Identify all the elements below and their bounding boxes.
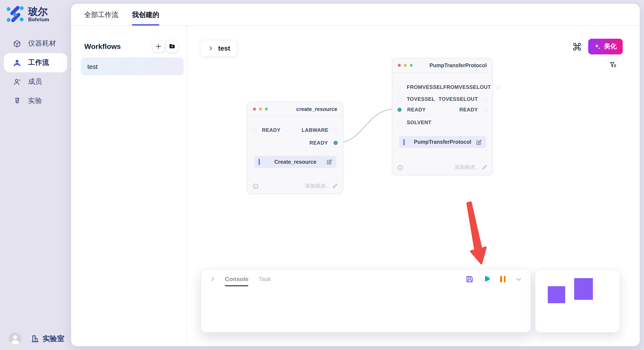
node-create-resource[interactable]: create_resource READY LABWARE — [247, 102, 343, 194]
workflow-canvas[interactable]: test 美化 — [187, 26, 640, 346]
pause-icon[interactable] — [500, 276, 506, 282]
breadcrumb[interactable]: test — [200, 40, 238, 57]
sidebar-item-experiments[interactable]: 实验 — [4, 91, 67, 111]
input-port-tovessel: TOVESSEL — [398, 96, 435, 102]
brand-name-zh: 玻尔 — [28, 6, 49, 16]
port-circle[interactable] — [398, 85, 401, 89]
filter-icon[interactable] — [609, 61, 617, 68]
pencil-icon — [482, 165, 487, 170]
sparkles-icon — [594, 43, 601, 50]
edit-icon[interactable] — [326, 159, 332, 165]
port-label: TOVESSEL — [407, 96, 435, 102]
add-workflow-button[interactable] — [152, 40, 164, 52]
experiment-icon — [13, 97, 21, 105]
sidebar-footer: 实验室 — [9, 333, 64, 345]
brand-logo: 玻尔 Bohrium — [6, 5, 49, 23]
node-pump-transfer-protocol[interactable]: PumpTransferProtocol FROMVESSEL FROMVESS… — [392, 58, 493, 175]
output-port-labware: LABWARE — [302, 127, 338, 133]
annotation-arrow — [464, 199, 491, 267]
input-port-ready: READY — [252, 127, 280, 133]
output-port-ready: READY — [310, 140, 338, 146]
workflows-panel-title: Workflows — [84, 42, 121, 51]
info-icon[interactable] — [398, 164, 403, 170]
sidebar-nav: 仪器耗材 工作流 成员 — [0, 34, 71, 111]
tab-my-created[interactable]: 我创建的 — [132, 11, 159, 25]
brand-name-en: Bohrium — [28, 16, 49, 22]
port-label: FROMVESSELOUT — [443, 84, 491, 90]
input-port-fromvessel: FROMVESSEL — [398, 84, 443, 90]
output-port-tovesselout: TOVESSELOUT — [438, 96, 487, 102]
app-root: 玻尔 Bohrium 仪器耗材 工作流 — [0, 0, 644, 350]
add-description-field[interactable]: 添加描述... — [305, 182, 338, 190]
port-circle[interactable] — [398, 121, 401, 124]
info-icon[interactable] — [252, 183, 258, 189]
node-action-button[interactable]: Create_resource — [254, 156, 336, 168]
console-tab-console[interactable]: Console — [225, 276, 248, 282]
traffic-dot-green — [410, 64, 413, 67]
main-panel: 全部工作流 我创建的 Workflows — [71, 4, 640, 346]
edit-icon[interactable] — [476, 139, 482, 145]
workflow-list-item[interactable]: test — [81, 57, 184, 75]
sidebar-item-instruments[interactable]: 仪器耗材 — [4, 34, 67, 53]
action-label: Create_resource — [274, 159, 316, 165]
sidebar-item-members[interactable]: 成员 — [4, 72, 67, 91]
sidebar-item-label: 工作流 — [28, 58, 49, 67]
action-accent-bar — [258, 159, 260, 165]
port-label: FROMVESSEL — [407, 84, 443, 90]
port-circle[interactable] — [252, 128, 256, 132]
traffic-dot-red — [253, 108, 256, 111]
port-circle-connected[interactable] — [334, 141, 338, 145]
port-label: READY — [459, 107, 478, 113]
workflow-tabs: 全部工作流 我创建的 — [71, 4, 640, 26]
package-icon — [13, 39, 21, 48]
console-panel: Console Task — [200, 269, 531, 333]
output-port-ready: READY — [459, 107, 487, 113]
output-port-fromvesselout: FROMVESSELOUT — [443, 84, 500, 90]
chevron-right-icon — [208, 45, 214, 51]
sidebar: 玻尔 Bohrium 仪器耗材 工作流 — [0, 0, 71, 350]
building-icon — [31, 334, 40, 343]
port-circle[interactable] — [398, 97, 401, 101]
description-placeholder: 添加描述... — [305, 182, 330, 190]
add-description-field[interactable]: 添加描述... — [454, 164, 487, 171]
console-tab-task[interactable]: Task — [258, 276, 271, 282]
workflow-item-name: test — [87, 63, 98, 70]
user-avatar[interactable] — [9, 333, 21, 345]
canvas-minimap[interactable] — [535, 269, 620, 333]
action-accent-bar — [403, 139, 405, 146]
active-tab-underline — [132, 24, 159, 25]
traffic-dot-yellow — [259, 108, 262, 111]
command-icon[interactable] — [572, 42, 582, 51]
console-tab-label: Console — [225, 276, 248, 282]
beautify-button[interactable]: 美化 — [588, 39, 623, 54]
node-action-button[interactable]: PumpTransferProtocol — [399, 136, 486, 148]
pencil-icon — [332, 183, 338, 189]
input-port-ready: READY — [398, 107, 426, 113]
lab-label: 实验室 — [42, 334, 64, 344]
console-expand-icon[interactable] — [210, 276, 216, 282]
traffic-dot-green — [265, 108, 268, 111]
save-icon[interactable] — [466, 275, 474, 283]
chevron-down-icon[interactable] — [515, 275, 522, 283]
port-label: TOVESSELOUT — [438, 96, 478, 102]
port-circle[interactable] — [484, 97, 487, 101]
play-icon[interactable] — [483, 275, 491, 283]
port-circle[interactable] — [334, 128, 338, 132]
beautify-label: 美化 — [604, 42, 617, 51]
folder-import-icon — [169, 43, 176, 50]
tab-all-workflows[interactable]: 全部工作流 — [84, 11, 118, 25]
port-label: READY — [310, 140, 328, 146]
port-circle[interactable] — [484, 108, 487, 112]
breadcrumb-label: test — [218, 44, 230, 52]
tab-label: 我创建的 — [132, 11, 159, 18]
lab-switcher[interactable]: 实验室 — [31, 334, 64, 344]
input-port-solvent: SOLVENT — [398, 120, 432, 126]
bohrium-logo-icon — [6, 5, 24, 23]
port-circle-connected[interactable] — [398, 108, 402, 112]
sidebar-item-workflows[interactable]: 工作流 — [4, 53, 67, 72]
import-workflow-button[interactable] — [166, 40, 178, 52]
port-circle[interactable] — [496, 85, 500, 89]
action-label: PumpTransferProtocol — [414, 139, 471, 145]
workflow-icon — [13, 58, 21, 67]
port-label: READY — [262, 127, 280, 133]
